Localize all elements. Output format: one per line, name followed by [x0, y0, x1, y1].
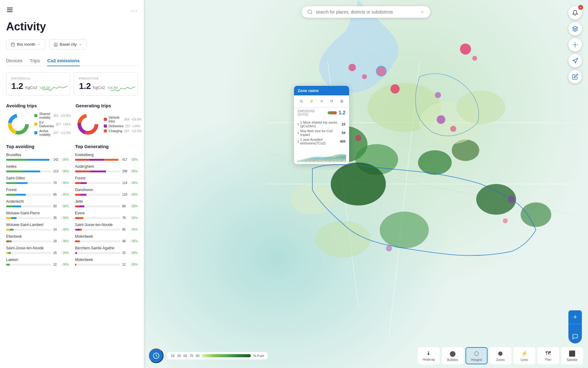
list-item-name: Saint-Gilles: [6, 176, 69, 180]
left-panel: ··· Activity this month Basel city Devic: [0, 0, 144, 368]
vehicle-trips-change: +29.8%: [131, 118, 141, 121]
tabs-row: Devices Trips Co2 emissions: [6, 56, 138, 66]
bar-row: 114 ↑38%: [75, 181, 138, 185]
zoom-in-button[interactable]: +: [568, 310, 582, 324]
location-filter-button[interactable]: Basel city: [49, 39, 87, 49]
navigate-button[interactable]: [568, 54, 582, 67]
bar-track: [6, 264, 51, 266]
bar-row: 70 ↑38%: [6, 181, 69, 185]
more-options-icon[interactable]: ···: [130, 7, 138, 15]
layer-button-plan[interactable]: 🗺Plan: [537, 347, 559, 364]
map-bottom-bar: 10 30 50 70 90 % Fuel 🌡Heatmap⬤Bubbles⬡H…: [144, 343, 588, 368]
zone-stat-1: ℹ 1 More shared trip saves (gCo2/km) 23: [298, 121, 345, 128]
bar-row: 65 ↑36%: [6, 193, 69, 196]
list-item-name: Auderghem: [75, 164, 138, 169]
plan-icon: 🗺: [545, 350, 551, 357]
tab-trips[interactable]: Trips: [30, 56, 40, 66]
vehicle-trips-dot: [104, 118, 107, 121]
zone-icon-2[interactable]: ⚡: [308, 98, 315, 105]
layer-btn-label: Satellite: [567, 358, 578, 362]
time-filter-label: this month: [17, 42, 35, 47]
bar-track: [75, 229, 120, 231]
chat-button[interactable]: [568, 330, 582, 343]
generating-donut-wrapper: Vehicle trips 364 +29.8% Deliveries 257 …: [76, 112, 142, 136]
layer-button-heatmap[interactable]: 🌡Heatmap: [418, 347, 440, 364]
map-search-bar[interactable]: [302, 6, 430, 18]
list-item: Auderghem 298 ↑38%: [75, 164, 138, 173]
charging-value: 247: [124, 129, 129, 133]
bar-change: ↑36%: [61, 193, 69, 196]
list-item-name: Ixelles: [6, 164, 69, 169]
top-avoiding-items: Bruxelles 142 ↑38% Ixelles 113 ↑38% Sain…: [6, 153, 69, 266]
zone-stat-3-value: 400: [340, 140, 345, 143]
list-item-name: Forest: [75, 176, 138, 180]
layer-button-zones[interactable]: ⬢Zones: [489, 347, 511, 364]
tab-co2[interactable]: Co2 emissions: [47, 56, 80, 66]
bar-row: 15 ↑38%: [6, 251, 69, 255]
avoiding-donut-wrapper: Shared mobility 364 +29.8% EV Deliveries…: [6, 112, 71, 136]
svg-point-43: [376, 66, 386, 76]
list-item-name: Saint-Josse-ten-Noode: [6, 246, 69, 250]
list-item: Jette 89 ↑38%: [75, 199, 138, 208]
active-mobility-dot: [34, 131, 37, 134]
list-item: Anderlecht 50 ↑38%: [6, 199, 69, 208]
bar-track: [75, 252, 120, 254]
bar-value: 298: [122, 170, 128, 173]
predictive-sparkline: [111, 84, 135, 93]
search-dropdown-icon[interactable]: [420, 10, 425, 14]
edit-button[interactable]: [568, 70, 582, 83]
generating-legend: Vehicle trips 364 +29.8% Deliveries 257 …: [104, 116, 142, 133]
menu-icon[interactable]: [6, 6, 13, 15]
bar-value: 24: [53, 228, 59, 231]
bar-value: 89: [122, 205, 128, 208]
kpi-historical-label: HISTORICAL: [11, 77, 65, 80]
bar-row: 417 ↑38%: [75, 158, 138, 161]
svg-text:J: J: [321, 160, 322, 162]
bar-track: [75, 240, 120, 242]
bar-value: 114: [122, 181, 128, 185]
list-item-name: Saint-Josse-ten-Noode: [75, 223, 138, 227]
top-avoiding-title: Top avoiding: [6, 144, 69, 149]
layers-button[interactable]: [568, 22, 582, 36]
charging-dot: [104, 129, 107, 132]
zone-popup-body: ℹ 1 More shared trip saves (gCo2/km) 23 …: [294, 118, 349, 149]
bar-value: 18: [53, 240, 59, 243]
kpi-historical-card: HISTORICAL 1.2 KgCo2 +28.1%: [6, 72, 70, 96]
map-search-input[interactable]: [316, 10, 417, 14]
layer-button-bubbles[interactable]: ⬤Bubbles: [442, 347, 464, 364]
ev-deliveries-label: EV Deliveries: [39, 121, 54, 128]
bar-change: ↑38%: [130, 193, 138, 196]
list-item: Saint-Josse-ten-Noode 15 ↑38%: [6, 246, 69, 255]
filters-row: this month Basel city: [6, 39, 138, 49]
move-icon-button[interactable]: [568, 38, 582, 52]
avoiding-legend: Shared mobility 364 +29.8% EV Deliveries…: [34, 112, 71, 136]
time-filter-button[interactable]: this month: [6, 39, 45, 49]
bar-change: ↑38%: [130, 181, 138, 185]
kpi-historical-unit: KgCo2: [25, 85, 37, 90]
zone-icon-3[interactable]: ≡: [318, 98, 325, 105]
svg-point-37: [437, 115, 445, 124]
bar-track: [6, 217, 51, 219]
zone-icon-4[interactable]: ↺: [328, 98, 335, 105]
layer-button-hexgrid[interactable]: ⬡Hexgrid: [466, 347, 488, 364]
list-item: Ganshoren 110 ↑38%: [75, 188, 138, 196]
bar-track: [6, 159, 51, 161]
bar-track: [6, 205, 51, 207]
svg-rect-49: [328, 111, 337, 114]
active-mobility-value: 247: [53, 131, 58, 135]
vehicle-trips-label: Vehicle trips: [109, 116, 123, 123]
zone-icon-5[interactable]: ⊞: [338, 98, 345, 105]
bar-change: ↑38%: [130, 158, 138, 161]
layer-button-satellite[interactable]: ⬛Satellite: [561, 347, 583, 364]
zone-icon-1[interactable]: ⊙: [298, 98, 305, 105]
timer-button[interactable]: [149, 348, 164, 363]
zone-stat-3: ℹ 1 year Avoided emissions(TCo2) 400: [298, 138, 345, 145]
bar-change: ↑38%: [130, 216, 138, 220]
bar-value: 65: [53, 193, 59, 196]
map-legend: 10 30 50 70 90 % Fuel: [167, 352, 268, 359]
zone-popup-title: Zone name: [298, 88, 319, 93]
layer-btn-label: Zones: [496, 358, 505, 362]
layer-button-lines[interactable]: ⚡Lines: [513, 347, 535, 364]
bar-track: [75, 182, 120, 184]
tab-devices[interactable]: Devices: [6, 56, 22, 66]
